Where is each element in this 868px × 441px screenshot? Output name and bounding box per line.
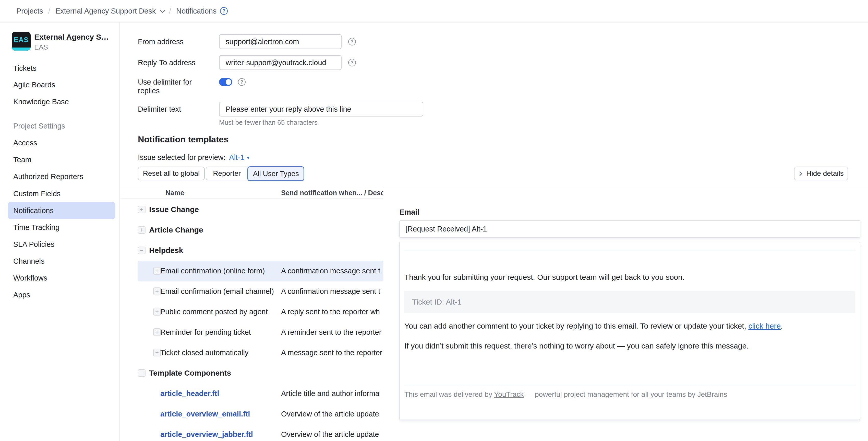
table-row-group-issue-change[interactable]: + Issue Change — [138, 199, 383, 220]
email-paragraph-2: You can add another comment to your tick… — [404, 322, 854, 330]
sidebar-item-knowledge-base[interactable]: Knowledge Base — [0, 93, 120, 110]
project-avatar[interactable]: EAS — [12, 32, 31, 51]
project-avatar-accent-strip — [12, 48, 31, 51]
group-name: Issue Change — [149, 199, 199, 220]
use-delimiter-label: Use delimiter for replies — [138, 78, 202, 95]
sidebar-item-apps[interactable]: Apps — [0, 287, 120, 303]
email-header-divider — [404, 250, 855, 251]
hide-details-label: Hide details — [806, 169, 843, 178]
template-description: Overview of the article update — [281, 404, 379, 424]
column-header-name: Name — [165, 187, 184, 199]
email-body-preview: Thank you for submitting your request. O… — [399, 242, 860, 420]
from-address-label: From address — [138, 34, 184, 49]
issue-preview-value[interactable]: Alt-1 — [229, 153, 244, 162]
chevron-right-icon — [798, 171, 802, 176]
email-footer: This email was delivered by YouTrack — p… — [404, 390, 727, 399]
sidebar-section-project-settings: Project Settings — [0, 118, 120, 135]
notification-templates-heading: Notification templates — [138, 135, 228, 144]
expand-icon[interactable]: + — [138, 226, 146, 234]
template-description: Article title and author informa — [281, 383, 379, 404]
collapse-icon[interactable]: − — [138, 369, 146, 377]
email-paragraph-1: Thank you for submitting your request. O… — [404, 273, 854, 282]
sidebar-item-notifications[interactable]: Notifications — [0, 202, 120, 219]
column-header-description: Send notification when... / Descript — [281, 187, 383, 199]
template-description: Overview of the article update — [281, 424, 379, 441]
collapse-icon[interactable]: − — [138, 246, 146, 254]
sidebar-item-agile-boards[interactable]: Agile Boards — [0, 77, 120, 93]
template-file-link[interactable]: article_overview_jabber.ftl — [160, 424, 253, 441]
help-icon[interactable]: ? — [348, 59, 356, 66]
sidebar-item-custom-fields[interactable]: Custom Fields — [0, 185, 120, 202]
all-user-types-segment-button[interactable]: All User Types — [247, 166, 304, 181]
delimiter-text-input[interactable]: Please enter your reply above this line — [219, 102, 423, 117]
reply-to-label: Reply-To address — [138, 55, 195, 70]
help-icon[interactable]: ? — [238, 78, 246, 86]
template-description: A message sent to the reporter — [281, 342, 382, 363]
template-name: Email confirmation (online form) — [160, 261, 265, 281]
table-row-email-confirmation-online-form[interactable]: + Email confirmation (online form) A con… — [138, 261, 383, 281]
table-row-article-header-ftl[interactable]: article_header.ftl Article title and aut… — [138, 383, 383, 404]
expand-icon[interactable]: + — [153, 328, 161, 336]
breadcrumb-project[interactable]: External Agency Support Desk — [55, 7, 156, 15]
expand-icon[interactable]: + — [153, 267, 161, 275]
dropdown-caret-icon[interactable]: ▾ — [247, 154, 249, 161]
reporter-segment-button[interactable]: Reporter — [206, 167, 247, 180]
project-name[interactable]: External Agency S… — [34, 33, 109, 41]
email-subject-input[interactable]: [Request Received] Alt-1 — [399, 220, 860, 238]
click-here-link[interactable]: click here — [748, 322, 781, 330]
chevron-down-icon[interactable] — [160, 7, 166, 13]
template-name: Ticket closed automatically — [160, 342, 248, 363]
breadcrumb: Projects / External Agency Support Desk … — [0, 0, 868, 23]
table-row-group-template-components[interactable]: − Template Components — [138, 363, 383, 383]
from-address-input[interactable]: support@alertron.com — [219, 34, 342, 49]
ticket-id-box: Ticket ID: Alt-1 — [404, 291, 855, 313]
table-row-reminder-for-pending-ticket[interactable]: + Reminder for pending ticket A reminder… — [138, 322, 383, 342]
expand-icon[interactable]: + — [153, 308, 161, 316]
issue-preview-row: Issue selected for preview: Alt-1 ▾ — [138, 153, 249, 162]
divider — [121, 199, 383, 199]
table-row-ticket-closed-automatically[interactable]: + Ticket closed automatically A message … — [138, 342, 383, 363]
table-row-email-confirmation-email-channel[interactable]: + Email confirmation (email channel) A c… — [138, 281, 383, 301]
template-name: Email confirmation (email channel) — [160, 281, 274, 301]
sidebar-item-tickets[interactable]: Tickets — [0, 60, 120, 77]
group-name: Template Components — [149, 363, 231, 383]
youtrack-link[interactable]: YouTrack — [494, 390, 524, 398]
help-icon[interactable]: ? — [348, 38, 356, 46]
template-file-link[interactable]: article_overview_email.ftl — [160, 404, 250, 424]
reply-to-input[interactable]: writer-support@youtrack.cloud — [219, 55, 342, 70]
expand-icon[interactable]: + — [138, 206, 146, 213]
sidebar-item-channels[interactable]: Channels — [0, 253, 120, 270]
sidebar-item-sla-policies[interactable]: SLA Policies — [0, 236, 120, 253]
toggle-knob — [226, 79, 231, 85]
breadcrumb-projects[interactable]: Projects — [16, 7, 43, 15]
table-row-article-overview-jabber-ftl[interactable]: article_overview_jabber.ftl Overview of … — [138, 424, 383, 441]
sidebar-item-authorized-reporters[interactable]: Authorized Reporters — [0, 168, 120, 185]
sidebar-item-workflows[interactable]: Workflows — [0, 270, 120, 287]
use-delimiter-toggle[interactable] — [219, 78, 232, 86]
expand-icon[interactable]: + — [153, 349, 161, 356]
template-description: A reminder sent to the reporter — [281, 322, 381, 342]
expand-icon[interactable]: + — [153, 288, 161, 295]
breadcrumb-separator: / — [48, 7, 50, 15]
email-paragraph-3: If you didn’t submit this request, there… — [404, 342, 854, 350]
issue-preview-label: Issue selected for preview: — [138, 153, 225, 162]
template-file-link[interactable]: article_header.ftl — [160, 383, 219, 404]
help-icon[interactable]: ? — [220, 7, 228, 15]
sidebar-item-access[interactable]: Access — [0, 135, 120, 151]
template-name: Reminder for pending ticket — [160, 322, 251, 342]
sidebar-item-team[interactable]: Team — [0, 151, 120, 168]
sidebar: EAS External Agency S… EAS Tickets Agile… — [0, 23, 120, 441]
email-paragraph-2-period: . — [781, 322, 783, 330]
details-panel-divider — [383, 187, 383, 441]
hide-details-button[interactable]: Hide details — [794, 167, 848, 180]
table-row-group-article-change[interactable]: + Article Change — [138, 220, 383, 240]
project-key: EAS — [34, 43, 48, 51]
table-row-article-overview-email-ftl[interactable]: article_overview_email.ftl Overview of t… — [138, 404, 383, 424]
template-description: A confirmation message sent t — [281, 281, 380, 301]
reset-all-to-global-button[interactable]: Reset all to global — [138, 167, 205, 180]
breadcrumb-separator: / — [169, 7, 171, 15]
email-paragraph-2-text: You can add another comment to your tick… — [404, 322, 748, 330]
sidebar-item-time-tracking[interactable]: Time Tracking — [0, 219, 120, 236]
table-row-public-comment-posted-by-agent[interactable]: + Public comment posted by agent A reply… — [138, 301, 383, 322]
table-row-group-helpdesk[interactable]: − Helpdesk — [138, 240, 383, 261]
